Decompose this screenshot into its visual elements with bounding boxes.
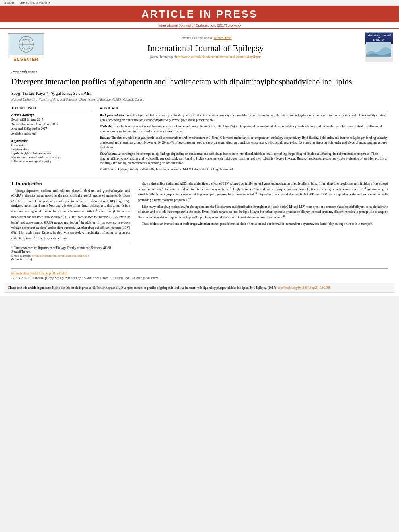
elsevier-logo-image [8,33,44,55]
section-divider [11,177,388,177]
journal-cover-area: International Journal ofEPILEPSY [363,32,395,62]
contents-available-text: Contents lists available at ScienceDirec… [52,36,359,40]
abstract-results: Results: The data revealed that gabapent… [100,136,388,150]
journal-logo-area: ELSEVIER [4,32,48,62]
authors-line: Sevgi Türker-Kaya *, Aygül Kına, Selen A… [11,91,388,96]
bottom-divider [11,268,388,269]
journal-link[interactable]: International Journal of Epilepsy xxx (2… [158,23,241,27]
bottom-copyright: 2213-6320/© 2017 Indian Epilepsy Society… [11,276,388,280]
article-info-heading: Article info [11,106,92,111]
article-title: Divergent interaction profiles of gabape… [11,76,388,87]
abstract-column: Abstract Background/Objectives: The lipi… [100,106,388,172]
keyword-4: Fourier transform infrared spectroscopy [11,156,92,159]
intro-left-col: 1. Introduction Voltage-dependent sodium… [11,181,130,262]
elsevier-text: ELSEVIER [14,57,39,62]
ijep-text: IJEP 80 No. of Pages 9 [19,1,50,4]
journal-center-info: Contents lists available at ScienceDirec… [52,32,359,62]
citation-doi-link[interactable]: http://dx.doi.org/10.1016/j.ijep.2017.09… [278,286,331,290]
footnote-email-line: E-mail addresses: sevgitrkr@gmail.com, s… [11,254,130,257]
intro-heading: 1. Introduction [11,181,130,186]
elsevier-logo: ELSEVIER [8,33,44,62]
abstract-methods: Methods: The effects of gabapentin and l… [100,124,388,134]
email-link-1[interactable]: sevgitrkr@gmail.com [32,254,56,257]
g-model-bar: G Model IJEP 80 No. of Pages 9 [0,0,399,6]
footnote-author-ref: (S. Türker-Kaya). [11,257,130,261]
intro-right-col: shown that unlike traditional AEDs, the … [138,181,388,262]
journal-header: ELSEVIER Contents lists available at Sci… [0,28,399,66]
accepted-date: Accepted 13 September 2017 [11,127,92,131]
received-date: Received 31 January 2017 [11,118,92,122]
journal-link-line: International Journal of Epilepsy xxx (2… [0,22,399,28]
article-info-column: Article info Article history: Received 3… [11,106,92,172]
article-in-press-banner: ARTICLE IN PRESS [0,6,399,22]
copyright-text: © 2017 Indian Epilepsy Society. Publishe… [100,168,388,172]
citation-box: Please cite this article in press as: Pl… [4,283,395,293]
online-date: Available online xxx [11,132,92,136]
info-abstract-section: Article info Article history: Received 3… [11,106,388,172]
journal-homepage: journal homepage: http://www.journals.el… [52,55,359,59]
article-type-label: Research paper [11,70,388,74]
footnote-area: * Correspondence to; Department of Biolo… [11,244,130,261]
page: G Model IJEP 80 No. of Pages 9 ARTICLE I… [0,0,399,296]
doi-link[interactable]: http://dx.doi.org/10.1016/j.ijep.2017.09… [11,271,68,275]
abstract-conclusions: Conclusions: According to the correspond… [100,152,388,166]
revised-date: Received in revised form 11 July 2017 [11,123,92,127]
intro-body-right: shown that unlike traditional AEDs, the … [138,181,388,227]
footnote-correspondence: * Correspondence to; Department of Biolo… [11,246,130,253]
epilepsy-cover-image: International Journal ofEPILEPSY [365,32,393,62]
introduction-section: 1. Introduction Voltage-dependent sodium… [11,181,388,262]
keyword-5: Differential scanning calorimetry [11,160,92,163]
doi-line: http://dx.doi.org/10.1016/j.ijep.2017.09… [11,271,388,275]
g-model-text: G Model [4,1,15,4]
keywords-label: Keywords: [11,139,92,143]
homepage-link[interactable]: http://www.journals.elsevier.com/interna… [175,55,261,59]
email-link-2[interactable]: sevgi.turker@kocaeli.edu.tr [58,254,89,257]
cover-image [366,42,391,57]
main-content: Research paper Divergent interaction pro… [0,66,399,266]
cover-title-text: International Journal ofEPILEPSY [366,34,391,41]
keyword-1: Gabapentin [11,144,92,147]
abstract-text: Background/Objectives: The lipid solubil… [100,113,388,172]
sciencedirect-link[interactable]: ScienceDirect [214,36,232,40]
intro-body-left: Voltage-dependent sodium and calcium cha… [11,189,130,241]
keyword-3: Dipalmitoylphosphatidylcholines [11,152,92,155]
history-label: Article history: [11,113,92,117]
abstract-heading: Abstract [100,106,388,111]
affiliation-text: Kocaeli University, Faculty of Arts and … [11,97,388,101]
abstract-background: Background/Objectives: The lipid solubil… [100,113,388,122]
keyword-2: Levetiracetam [11,148,92,151]
journal-title: International Journal of Epilepsy [52,43,359,53]
